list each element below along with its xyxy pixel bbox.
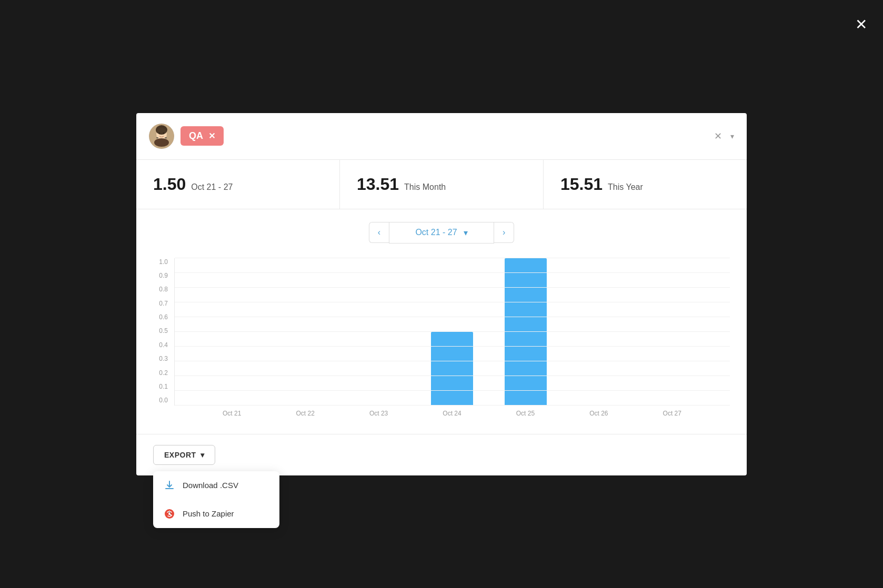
y-label-07: 0.7 (153, 300, 168, 307)
stat-number-year: 15.51 (560, 175, 603, 194)
date-range-label: Oct 21 - 27 (415, 228, 457, 237)
date-range-selector[interactable]: Oct 21 - 27 ▾ (389, 222, 494, 244)
y-axis: 1.0 0.9 0.8 0.7 0.6 0.5 0.4 0.3 0.2 0.1 … (153, 258, 174, 417)
header-left: QA ✕ (149, 124, 224, 149)
svg-rect-5 (165, 137, 167, 138)
qa-badge[interactable]: QA ✕ (180, 126, 224, 146)
stat-label-year: This Year (608, 183, 643, 192)
x-axis: Oct 21Oct 22Oct 23Oct 24Oct 25Oct 26Oct … (174, 405, 730, 417)
stat-cell-week: 1.50 Oct 21 - 27 (136, 160, 340, 209)
export-button[interactable]: EXPORT ▾ (153, 445, 215, 465)
x-label-oct-27: Oct 27 (636, 410, 709, 417)
stats-row: 1.50 Oct 21 - 27 13.51 This Month 15.51 … (136, 160, 747, 209)
y-label-06: 0.6 (153, 313, 168, 321)
export-section: EXPORT ▾ Download .CSV (136, 434, 747, 475)
export-dropdown: Download .CSV Push to Zapier (153, 471, 279, 528)
chevron-down-icon: ▾ (464, 228, 468, 238)
chart-next-button[interactable]: › (494, 222, 514, 243)
export-button-label: EXPORT (164, 451, 196, 459)
x-label-oct-22: Oct 22 (268, 410, 342, 417)
y-label-09: 0.9 (153, 272, 168, 279)
stat-cell-year: 15.51 This Year (544, 160, 747, 209)
svg-point-6 (154, 138, 169, 147)
y-label-00: 0.0 (153, 397, 168, 404)
bars-container (175, 258, 730, 405)
stat-label-week: Oct 21 - 27 (191, 183, 233, 192)
download-icon (164, 480, 175, 491)
qa-badge-label: QA (189, 130, 203, 141)
chart-area: Oct 21Oct 22Oct 23Oct 24Oct 25Oct 26Oct … (174, 258, 730, 417)
qa-badge-close[interactable]: ✕ (208, 131, 215, 141)
bar-oct-24[interactable] (431, 332, 473, 405)
modal-header: QA ✕ ✕ ▾ (136, 113, 747, 160)
y-label-03: 0.3 (153, 355, 168, 362)
chart-prev-button[interactable]: ‹ (369, 222, 389, 243)
stat-number-month: 13.51 (357, 175, 399, 194)
svg-point-9 (168, 513, 170, 515)
bar-oct-25[interactable] (505, 258, 547, 405)
avatar (149, 124, 174, 149)
download-csv-label: Download .CSV (183, 481, 238, 490)
modal-close-button[interactable]: ✕ (714, 130, 722, 142)
outer-close-button[interactable]: ✕ (855, 16, 867, 33)
bar-group-oct-25 (489, 258, 562, 405)
export-chevron-icon: ▾ (200, 451, 205, 459)
header-right: ✕ ▾ (714, 130, 734, 142)
chart-container: 1.0 0.9 0.8 0.7 0.6 0.5 0.4 0.3 0.2 0.1 … (153, 258, 730, 417)
y-label-04: 0.4 (153, 341, 168, 349)
x-label-oct-26: Oct 26 (562, 410, 635, 417)
x-label-oct-24: Oct 24 (415, 410, 488, 417)
zapier-icon (164, 508, 175, 520)
chart-section: ‹ Oct 21 - 27 ▾ › 1.0 0.9 0.8 0.7 0.6 0.… (136, 209, 747, 434)
push-zapier-item[interactable]: Push to Zapier (153, 500, 279, 528)
svg-rect-4 (156, 137, 158, 138)
chart-nav: ‹ Oct 21 - 27 ▾ › (153, 222, 730, 244)
push-zapier-label: Push to Zapier (183, 509, 234, 518)
modal-container: QA ✕ ✕ ▾ 1.50 Oct 21 - 27 13.51 This Mon… (136, 113, 747, 475)
y-label-08: 0.8 (153, 286, 168, 293)
y-label-10: 1.0 (153, 258, 168, 266)
y-label-02: 0.2 (153, 369, 168, 377)
y-label-01: 0.1 (153, 383, 168, 390)
x-label-oct-23: Oct 23 (342, 410, 415, 417)
modal-dropdown-button[interactable]: ▾ (730, 132, 734, 140)
stat-label-month: This Month (404, 183, 446, 192)
y-label-05: 0.5 (153, 327, 168, 334)
stat-number-week: 1.50 (153, 175, 186, 194)
chart-grid (174, 258, 730, 405)
svg-point-7 (156, 125, 167, 135)
bar-group-oct-24 (416, 332, 489, 405)
download-csv-item[interactable]: Download .CSV (153, 471, 279, 500)
x-label-oct-21: Oct 21 (195, 410, 268, 417)
x-label-oct-25: Oct 25 (489, 410, 562, 417)
stat-cell-month: 13.51 This Month (340, 160, 544, 209)
